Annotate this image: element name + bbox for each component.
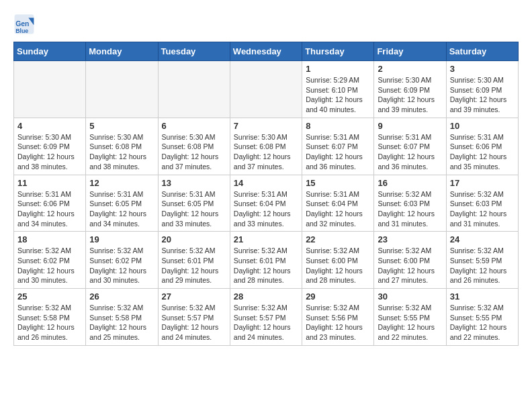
calendar-cell: 30Sunrise: 5:32 AMSunset: 5:55 PMDayligh… (374, 289, 446, 346)
weekday-saturday: Saturday (446, 42, 518, 61)
calendar-cell: 27Sunrise: 5:32 AMSunset: 5:57 PMDayligh… (158, 289, 230, 346)
day-info: Sunrise: 5:32 AMSunset: 6:03 PMDaylight:… (378, 189, 442, 229)
day-info: Sunrise: 5:31 AMSunset: 6:05 PMDaylight:… (162, 189, 226, 229)
day-number: 6 (162, 121, 226, 131)
logo-icon: Gen Blue (13, 13, 35, 35)
day-number: 15 (306, 178, 370, 188)
svg-text:Blue: Blue (15, 28, 28, 34)
day-number: 9 (378, 121, 442, 131)
day-number: 20 (162, 234, 226, 244)
day-info: Sunrise: 5:32 AMSunset: 5:55 PMDaylight:… (378, 303, 442, 342)
day-number: 7 (234, 121, 298, 131)
calendar-cell: 25Sunrise: 5:32 AMSunset: 5:58 PMDayligh… (14, 289, 86, 346)
day-number: 23 (378, 234, 442, 244)
week-row-3: 11Sunrise: 5:31 AMSunset: 6:06 PMDayligh… (14, 175, 519, 232)
calendar-cell (230, 61, 302, 118)
weekday-tuesday: Tuesday (158, 42, 230, 61)
day-info: Sunrise: 5:32 AMSunset: 6:02 PMDaylight:… (89, 246, 154, 285)
day-info: Sunrise: 5:31 AMSunset: 6:05 PMDaylight:… (89, 189, 154, 229)
day-info: Sunrise: 5:31 AMSunset: 6:06 PMDaylight:… (450, 132, 515, 172)
calendar-cell: 2Sunrise: 5:30 AMSunset: 6:09 PMDaylight… (374, 61, 446, 118)
day-number: 11 (17, 178, 82, 188)
day-info: Sunrise: 5:30 AMSunset: 6:09 PMDaylight:… (17, 132, 82, 172)
day-info: Sunrise: 5:32 AMSunset: 6:03 PMDaylight:… (450, 189, 515, 229)
calendar-cell: 22Sunrise: 5:32 AMSunset: 6:00 PMDayligh… (302, 232, 374, 289)
day-info: Sunrise: 5:31 AMSunset: 6:07 PMDaylight:… (306, 132, 370, 172)
calendar-cell: 19Sunrise: 5:32 AMSunset: 6:02 PMDayligh… (86, 232, 158, 289)
day-info: Sunrise: 5:32 AMSunset: 5:56 PMDaylight:… (306, 303, 370, 342)
day-number: 24 (450, 234, 515, 244)
day-number: 25 (17, 291, 82, 302)
weekday-sunday: Sunday (14, 42, 86, 61)
weekday-row: SundayMondayTuesdayWednesdayThursdayFrid… (14, 42, 519, 61)
calendar-cell: 1Sunrise: 5:29 AMSunset: 6:10 PMDaylight… (302, 61, 374, 118)
calendar-cell: 12Sunrise: 5:31 AMSunset: 6:05 PMDayligh… (86, 175, 158, 232)
calendar-cell: 13Sunrise: 5:31 AMSunset: 6:05 PMDayligh… (158, 175, 230, 232)
day-number: 10 (450, 121, 515, 131)
day-number: 12 (89, 178, 154, 188)
day-info: Sunrise: 5:30 AMSunset: 6:09 PMDaylight:… (450, 75, 515, 115)
logo: Gen Blue (13, 13, 39, 35)
day-number: 28 (234, 291, 298, 302)
calendar-cell: 20Sunrise: 5:32 AMSunset: 6:01 PMDayligh… (158, 232, 230, 289)
day-number: 4 (17, 121, 82, 131)
day-number: 8 (306, 121, 370, 131)
day-info: Sunrise: 5:32 AMSunset: 6:00 PMDaylight:… (378, 246, 442, 285)
week-row-2: 4Sunrise: 5:30 AMSunset: 6:09 PMDaylight… (14, 118, 519, 175)
day-info: Sunrise: 5:32 AMSunset: 5:58 PMDaylight:… (17, 303, 82, 342)
weekday-monday: Monday (86, 42, 158, 61)
day-number: 1 (306, 64, 370, 74)
calendar-cell: 16Sunrise: 5:32 AMSunset: 6:03 PMDayligh… (374, 175, 446, 232)
day-info: Sunrise: 5:31 AMSunset: 6:07 PMDaylight:… (378, 132, 442, 172)
weekday-friday: Friday (374, 42, 446, 61)
day-number: 3 (450, 64, 515, 74)
week-row-5: 25Sunrise: 5:32 AMSunset: 5:58 PMDayligh… (14, 289, 519, 346)
week-row-1: 1Sunrise: 5:29 AMSunset: 6:10 PMDaylight… (14, 61, 519, 118)
day-info: Sunrise: 5:30 AMSunset: 6:08 PMDaylight:… (162, 132, 226, 172)
calendar-table: SundayMondayTuesdayWednesdayThursdayFrid… (13, 42, 519, 346)
calendar-cell (14, 61, 86, 118)
calendar-cell: 5Sunrise: 5:30 AMSunset: 6:08 PMDaylight… (86, 118, 158, 175)
day-info: Sunrise: 5:29 AMSunset: 6:10 PMDaylight:… (306, 75, 370, 115)
calendar-cell: 4Sunrise: 5:30 AMSunset: 6:09 PMDaylight… (14, 118, 86, 175)
day-number: 14 (234, 178, 298, 188)
day-number: 21 (234, 234, 298, 244)
calendar-cell: 10Sunrise: 5:31 AMSunset: 6:06 PMDayligh… (446, 118, 518, 175)
calendar-cell: 9Sunrise: 5:31 AMSunset: 6:07 PMDaylight… (374, 118, 446, 175)
day-number: 16 (378, 178, 442, 188)
calendar-header: SundayMondayTuesdayWednesdayThursdayFrid… (14, 42, 519, 61)
day-number: 2 (378, 64, 442, 74)
calendar-cell: 29Sunrise: 5:32 AMSunset: 5:56 PMDayligh… (302, 289, 374, 346)
calendar-cell: 11Sunrise: 5:31 AMSunset: 6:06 PMDayligh… (14, 175, 86, 232)
calendar-cell: 31Sunrise: 5:32 AMSunset: 5:55 PMDayligh… (446, 289, 518, 346)
week-row-4: 18Sunrise: 5:32 AMSunset: 6:02 PMDayligh… (14, 232, 519, 289)
day-info: Sunrise: 5:32 AMSunset: 5:55 PMDaylight:… (450, 303, 515, 342)
day-info: Sunrise: 5:30 AMSunset: 6:08 PMDaylight:… (89, 132, 154, 172)
weekday-thursday: Thursday (302, 42, 374, 61)
day-number: 5 (89, 121, 154, 131)
day-info: Sunrise: 5:31 AMSunset: 6:04 PMDaylight:… (234, 189, 298, 229)
calendar-body: 1Sunrise: 5:29 AMSunset: 6:10 PMDaylight… (14, 61, 519, 346)
calendar-cell: 17Sunrise: 5:32 AMSunset: 6:03 PMDayligh… (446, 175, 518, 232)
day-number: 31 (450, 291, 515, 302)
day-info: Sunrise: 5:31 AMSunset: 6:06 PMDaylight:… (17, 189, 82, 229)
calendar-cell (158, 61, 230, 118)
calendar-cell: 18Sunrise: 5:32 AMSunset: 6:02 PMDayligh… (14, 232, 86, 289)
day-info: Sunrise: 5:32 AMSunset: 5:57 PMDaylight:… (162, 303, 226, 342)
day-number: 19 (89, 234, 154, 244)
day-number: 26 (89, 291, 154, 302)
day-number: 30 (378, 291, 442, 302)
calendar-cell: 14Sunrise: 5:31 AMSunset: 6:04 PMDayligh… (230, 175, 302, 232)
calendar-cell: 26Sunrise: 5:32 AMSunset: 5:58 PMDayligh… (86, 289, 158, 346)
calendar-cell: 15Sunrise: 5:31 AMSunset: 6:04 PMDayligh… (302, 175, 374, 232)
day-number: 29 (306, 291, 370, 302)
calendar-cell: 7Sunrise: 5:30 AMSunset: 6:08 PMDaylight… (230, 118, 302, 175)
day-info: Sunrise: 5:32 AMSunset: 5:59 PMDaylight:… (450, 246, 515, 285)
day-info: Sunrise: 5:32 AMSunset: 6:01 PMDaylight:… (162, 246, 226, 285)
day-number: 22 (306, 234, 370, 244)
day-info: Sunrise: 5:31 AMSunset: 6:04 PMDaylight:… (306, 189, 370, 229)
calendar-cell (86, 61, 158, 118)
calendar-cell: 3Sunrise: 5:30 AMSunset: 6:09 PMDaylight… (446, 61, 518, 118)
day-number: 17 (450, 178, 515, 188)
calendar-cell: 24Sunrise: 5:32 AMSunset: 5:59 PMDayligh… (446, 232, 518, 289)
